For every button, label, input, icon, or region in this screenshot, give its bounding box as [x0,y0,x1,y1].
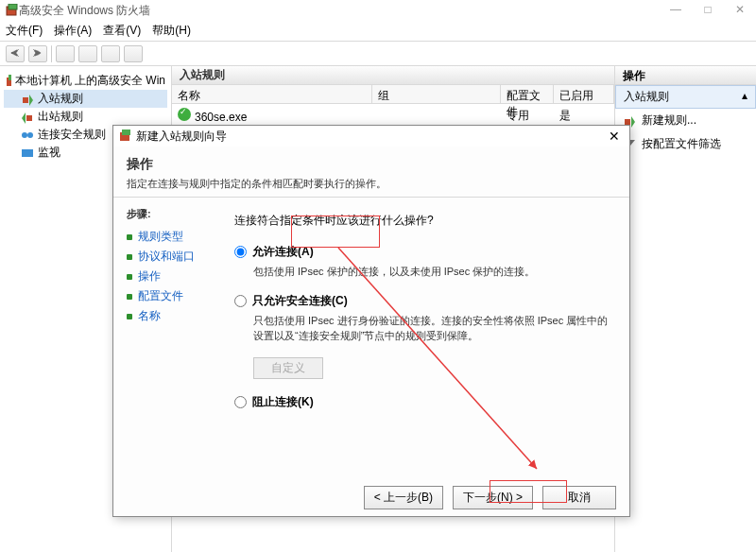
svg-rect-1 [9,4,17,9]
option-allow-secure-label: 只允许安全连接(C) [252,293,348,309]
bullet-icon [127,274,132,280]
option-allow[interactable]: 允许连接(A) [234,244,609,260]
cell-group [372,106,501,126]
inbound-rules-icon [21,93,34,106]
tree-item-label: 监视 [38,145,60,161]
collapse-icon[interactable]: ▴ [742,89,747,102]
actions-section-label: 入站规则 [624,90,669,103]
table-header: 名称 组 配置文件 已启用 [172,85,614,104]
actions-section: 入站规则▴ [615,85,756,109]
option-allow-label: 允许连接(A) [252,244,314,260]
tree-item-inbound[interactable]: 入站规则 [4,90,167,108]
wizard-header-title: 操作 [127,156,616,173]
col-group[interactable]: 组 [372,85,501,103]
wizard-prompt: 连接符合指定条件时应该进行什么操作? [234,213,609,229]
titlebar: 高级安全 Windows 防火墙 — □ ✕ [0,0,756,21]
wizard-header-sub: 指定在连接与规则中指定的条件相匹配时要执行的操作。 [127,177,616,191]
tree-root[interactable]: 本地计算机 上的高级安全 Win [4,72,167,90]
cell-profile: 专用 [501,106,554,126]
step-link[interactable]: 名称 [138,308,161,324]
nav-back-button[interactable]: ⮜ [6,45,25,62]
col-name[interactable]: 名称 [172,85,372,103]
tree-item-label: 入站规则 [38,91,83,107]
actions-pane: 操作 入站规则▴ 新建规则... 按配置文件筛选 [614,66,756,552]
step-link[interactable]: 配置文件 [138,288,183,304]
wizard-step-rule-type[interactable]: 规则类型 [127,227,214,247]
next-button[interactable]: 下一步(N) > [453,486,533,509]
wizard-step-protocol[interactable]: 协议和端口 [127,247,214,267]
step-link[interactable]: 规则类型 [138,229,183,245]
bullet-icon [127,314,132,319]
menu-view[interactable]: 查看(V) [103,23,141,39]
wizard-footer: < 上一步(B) 下一步(N) > 取消 [113,478,629,516]
svg-point-6 [22,132,27,138]
radio-allow[interactable] [234,246,247,258]
actions-filter-profile[interactable]: 按配置文件筛选 [615,132,756,156]
wizard-step-action[interactable]: 操作 [127,267,214,286]
nav-forward-button[interactable]: ⮞ [28,45,47,62]
tree-root-label: 本地计算机 上的高级安全 Win [15,73,165,89]
wizard-main: 连接符合指定条件时应该进行什么操作? 允许连接(A) 包括使用 IPsec 保护… [227,198,629,478]
cancel-button[interactable]: 取消 [542,486,616,509]
close-button[interactable]: ✕ [724,0,756,19]
firewall-icon [6,75,11,88]
wizard-step-profile[interactable]: 配置文件 [127,286,214,306]
actions-item-label: 新建规则... [642,112,696,129]
radio-block[interactable] [234,396,247,408]
back-button[interactable]: < 上一步(B) [364,486,443,509]
tree-item-label: 出站规则 [38,109,83,125]
svg-rect-8 [22,149,33,157]
step-link[interactable]: 协议和端口 [138,249,195,265]
menu-action[interactable]: 操作(A) [54,23,92,39]
wizard-titlebar: 新建入站规则向导 ✕ [113,126,629,147]
menubar: 文件(F) 操作(A) 查看(V) 帮助(H) [0,21,756,42]
maximize-button[interactable]: □ [692,0,724,19]
minimize-button[interactable]: — [660,0,692,19]
option-block-label: 阻止连接(K) [252,394,314,410]
option-block[interactable]: 阻止连接(K) [234,394,609,410]
bullet-icon [127,254,132,260]
steps-label: 步骤: [127,207,214,221]
menu-file[interactable]: 文件(F) [6,23,43,39]
center-title: 入站规则 [172,66,614,85]
svg-rect-5 [26,115,32,121]
toolbar-separator [51,45,52,62]
svg-rect-3 [9,75,11,80]
connection-rules-icon [21,129,34,142]
wizard-step-name[interactable]: 名称 [127,306,214,326]
option-allow-secure[interactable]: 只允许安全连接(C) [234,293,609,309]
bullet-icon [127,234,132,240]
monitor-icon [21,147,34,160]
actions-item-label: 按配置文件筛选 [642,136,721,152]
menu-help[interactable]: 帮助(H) [152,23,191,39]
app-title: 高级安全 Windows 防火墙 [19,3,150,19]
cell-name: 360se.exe [195,111,247,124]
wizard-steps-panel: 步骤: 规则类型 协议和端口 操作 配置文件 名称 [113,198,227,478]
option-allow-desc: 包括使用 IPsec 保护的连接，以及未使用 IPsec 保护的连接。 [253,264,609,280]
col-profile[interactable]: 配置文件 [501,85,554,103]
allowed-icon [178,108,191,121]
svg-rect-9 [625,119,630,125]
toolbar-btn-1[interactable] [56,45,75,62]
firewall-icon [119,129,132,143]
actions-new-rule[interactable]: 新建规则... [615,109,756,132]
svg-point-7 [27,132,33,138]
toolbar-btn-3[interactable] [101,45,120,62]
svg-rect-4 [23,97,28,103]
toolbar-btn-4[interactable] [124,45,143,62]
step-link[interactable]: 操作 [138,268,161,285]
wizard-close-button[interactable]: ✕ [605,129,624,144]
wizard-window-title: 新建入站规则向导 [136,129,227,145]
wizard-header: 操作 指定在连接与规则中指定的条件相匹配时要执行的操作。 [113,147,629,198]
wizard-dialog: 新建入站规则向导 ✕ 操作 指定在连接与规则中指定的条件相匹配时要执行的操作。 … [112,125,630,517]
outbound-rules-icon [21,111,34,124]
radio-allow-secure[interactable] [234,295,247,307]
col-enabled[interactable]: 已启用 [554,85,614,103]
toolbar-btn-2[interactable] [78,45,97,62]
actions-header: 操作 [615,66,756,85]
svg-rect-11 [122,129,130,135]
tree-item-label: 连接安全规则 [38,127,106,143]
toolbar: ⮜ ⮞ [0,42,756,66]
tree-item-outbound[interactable]: 出站规则 [4,108,167,126]
option-allow-secure-desc: 只包括使用 IPsec 进行身份验证的连接。连接的安全性将依照 IPsec 属性… [253,313,609,344]
